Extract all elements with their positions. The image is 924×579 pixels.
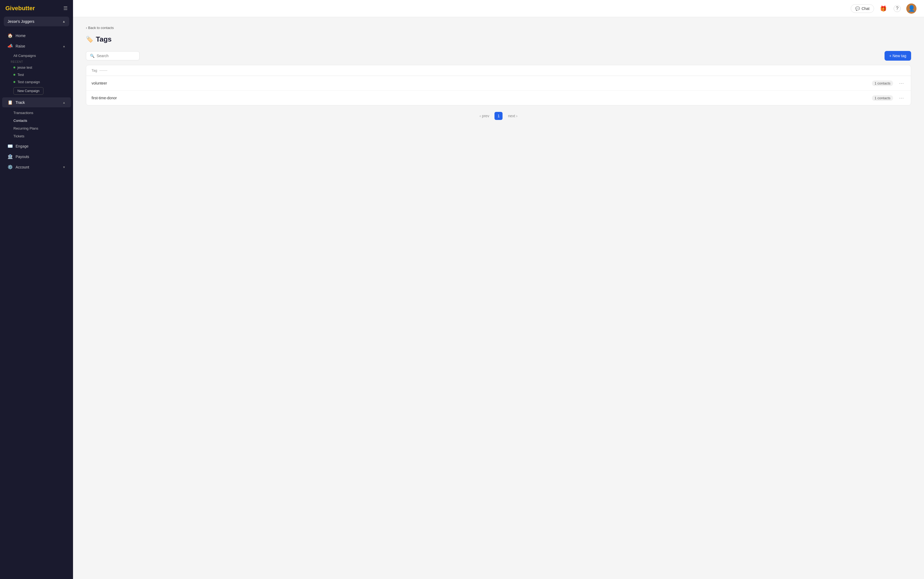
tag-header-label: Tag <box>92 69 97 72</box>
sidebar-item-payouts[interactable]: 🏦 Payouts <box>2 152 71 162</box>
prev-chevron-icon: ‹ <box>480 114 481 118</box>
tag-cell: first-time-donor <box>92 96 872 100</box>
sidebar-item-label: Account <box>16 165 60 169</box>
sidebar-item-engage[interactable]: ✉️ Engage <box>2 141 71 151</box>
row-actions-button[interactable]: ⋯ <box>898 80 906 87</box>
sidebar-item-contacts[interactable]: Contacts <box>0 117 73 124</box>
payouts-icon: 🏦 <box>8 154 13 159</box>
help-icon: ? <box>894 5 901 12</box>
new-tag-button[interactable]: + New tag <box>885 51 911 61</box>
page-title: Tags <box>96 35 112 44</box>
sidebar-item-tickets[interactable]: Tickets <box>0 132 73 140</box>
tags-toolbar: 🔍 + New tag <box>86 51 911 61</box>
active-dot <box>13 74 15 76</box>
next-label: next <box>508 114 515 118</box>
contacts-label: Contacts <box>13 119 27 123</box>
engage-icon: ✉️ <box>8 144 13 149</box>
org-switcher[interactable]: Jesse's Joggers ▲ <box>4 16 69 26</box>
search-input[interactable] <box>97 54 136 58</box>
transactions-label: Transactions <box>13 111 33 115</box>
avatar[interactable]: 👤 <box>906 3 916 14</box>
tags-icon: 🏷️ <box>86 36 93 43</box>
brand-logo: Givebutter <box>5 5 35 12</box>
account-icon: ⚙️ <box>8 164 13 170</box>
raise-chevron-up-icon: ▲ <box>62 44 66 48</box>
sidebar-header: Givebutter ☰ <box>0 0 73 16</box>
sidebar-item-home[interactable]: 🏠 Home <box>2 31 71 41</box>
prev-label: prev <box>482 114 489 118</box>
next-chevron-icon: › <box>516 114 518 118</box>
sidebar: Givebutter ☰ Jesse's Joggers ▲ 🏠 Home 📣 … <box>0 0 73 579</box>
recurring-plans-label: Recurring Plans <box>13 126 38 131</box>
recent-item-jesse-test[interactable]: jesse test <box>0 64 73 71</box>
back-chevron-icon: ‹ <box>86 26 87 30</box>
sidebar-item-label: Engage <box>16 144 66 148</box>
track-icon: 📋 <box>8 100 13 105</box>
sidebar-item-transactions[interactable]: Transactions <box>0 109 73 117</box>
chat-button[interactable]: 💬 Chat <box>851 4 874 13</box>
current-page-number[interactable]: 1 <box>495 112 503 120</box>
chat-label: Chat <box>862 7 870 11</box>
recent-item-label: Test campaign <box>18 80 40 84</box>
avatar-image: 👤 <box>908 5 915 12</box>
table-header: Tag <box>86 65 911 76</box>
tag-cell: volunteer <box>92 81 872 85</box>
recent-item-label: jesse test <box>18 65 32 69</box>
all-campaigns-label: All Campaigns <box>13 54 36 58</box>
track-sub-section: Transactions Contacts Recurring Plans Ti… <box>0 108 73 141</box>
sidebar-item-label: Track <box>16 100 60 105</box>
tag-column-header: Tag <box>92 69 906 72</box>
recent-label: RECENT <box>5 59 73 64</box>
pagination: ‹ prev 1 next › <box>86 112 911 120</box>
back-to-contacts-link[interactable]: ‹ Back to contacts <box>86 26 911 30</box>
back-link-label: Back to contacts <box>88 26 113 30</box>
sidebar-item-label: Home <box>16 34 66 38</box>
gift-button[interactable]: 🎁 <box>878 4 888 13</box>
prev-page-button[interactable]: ‹ prev <box>477 113 491 119</box>
gift-icon: 🎁 <box>880 5 887 12</box>
topbar: 💬 Chat 🎁 ? 👤 <box>73 0 924 17</box>
home-icon: 🏠 <box>8 33 13 38</box>
nav-section-main: 🏠 Home 📣 Raise ▲ All Campaigns RECENT je… <box>0 29 73 174</box>
search-icon: 🔍 <box>90 54 95 58</box>
content-area: ‹ Back to contacts 🏷️ Tags 🔍 + New tag T… <box>73 17 924 579</box>
raise-icon: 📣 <box>8 44 13 49</box>
org-chevron-up-icon: ▲ <box>62 20 66 23</box>
table-row: first-time-donor 1 contacts ⋯ <box>86 91 911 105</box>
all-campaigns-link[interactable]: All Campaigns <box>0 52 73 59</box>
hamburger-icon[interactable]: ☰ <box>63 5 68 11</box>
recent-item-label: Test <box>18 73 24 77</box>
next-page-button[interactable]: next › <box>506 113 519 119</box>
sidebar-item-raise[interactable]: 📣 Raise ▲ <box>2 41 71 51</box>
active-dot <box>13 67 15 69</box>
contacts-badge: 1 contacts <box>872 80 893 86</box>
row-actions-button[interactable]: ⋯ <box>898 95 906 101</box>
main-area: 💬 Chat 🎁 ? 👤 ‹ Back to contacts 🏷️ Tags … <box>73 0 924 579</box>
tickets-label: Tickets <box>13 134 25 138</box>
page-title-row: 🏷️ Tags <box>86 35 911 44</box>
sidebar-item-label: Payouts <box>16 155 66 159</box>
track-chevron-up-icon: ▲ <box>62 101 66 104</box>
search-box[interactable]: 🔍 <box>86 51 139 61</box>
tags-table: Tag volunteer 1 contacts ⋯ first-time-do… <box>86 65 911 105</box>
sidebar-item-recurring-plans[interactable]: Recurring Plans <box>0 124 73 132</box>
contacts-badge: 1 contacts <box>872 95 893 101</box>
raise-sub-section: All Campaigns RECENT jesse test Test Tes… <box>0 52 73 97</box>
org-name: Jesse's Joggers <box>8 19 34 24</box>
sidebar-item-track[interactable]: 📋 Track ▲ <box>2 97 71 107</box>
help-button[interactable]: ? <box>892 4 902 13</box>
new-campaign-button[interactable]: New Campaign <box>13 87 44 95</box>
recent-item-test-campaign[interactable]: Test campaign <box>0 79 73 86</box>
sidebar-item-account[interactable]: ⚙️ Account ▼ <box>2 162 71 172</box>
table-row: volunteer 1 contacts ⋯ <box>86 76 911 91</box>
sidebar-item-label: Raise <box>16 44 60 48</box>
account-chevron-down-icon: ▼ <box>62 165 66 169</box>
chat-icon: 💬 <box>855 7 860 11</box>
recent-item-test[interactable]: Test <box>0 71 73 79</box>
header-divider <box>99 70 107 71</box>
active-dot <box>13 81 15 83</box>
